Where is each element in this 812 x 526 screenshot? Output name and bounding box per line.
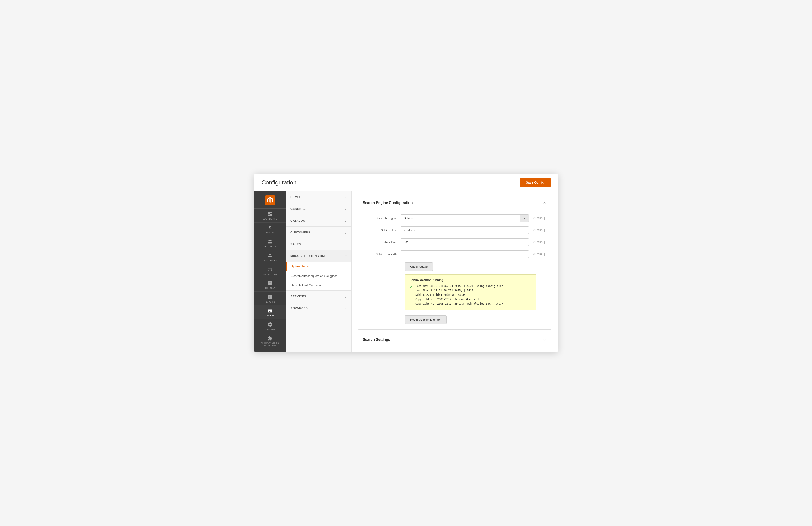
left-nav-section-demo: DEMO ⌄	[286, 191, 351, 203]
search-engine-config-panel: Search Engine Configuration Search Engin…	[358, 197, 551, 329]
left-nav-section-catalog: CATALOG ⌄	[286, 215, 351, 227]
search-engine-label: Search Engine	[364, 216, 401, 220]
search-engine-config-header: Search Engine Configuration	[358, 197, 551, 209]
sphinx-port-input[interactable]	[401, 238, 529, 246]
sidebar-item-dashboard-label: DASHBOARD	[263, 217, 277, 220]
left-nav-subitem-spell-correction[interactable]: Search Spell Correction	[286, 281, 351, 290]
sidebar: DASHBOARD SALES PRODUCTS CUSTOMERS MARKE…	[254, 191, 286, 352]
sidebar-item-dashboard[interactable]: DASHBOARD	[254, 209, 286, 223]
left-nav: DEMO ⌄ GENERAL ⌄ CATALOG ⌄	[286, 191, 352, 352]
save-config-button[interactable]: Save Config	[520, 178, 551, 187]
left-nav-section-customers-header[interactable]: CUSTOMERS ⌄	[286, 227, 351, 238]
search-engine-select[interactable]: Sphinx MySQL Elasticsearch	[401, 215, 520, 222]
status-box: Sphinx daemon running. ✓ [Wed Nov 18 10:…	[405, 274, 536, 310]
left-nav-section-mirasvit: MIRASVIT EXTENSIONS ⌄ Sphinx Search Sear…	[286, 250, 351, 290]
status-content: ✓ [Wed Nov 18 10:31:36.758 2015] [15821]…	[410, 284, 532, 306]
main-content: Search Engine Configuration Search Engin…	[352, 191, 558, 352]
sidebar-item-stores[interactable]: STORES	[254, 305, 286, 319]
sidebar-item-sales[interactable]: SALES	[254, 223, 286, 236]
sphinx-bin-path-label: Sphinx Bin Path	[364, 253, 401, 256]
dashboard-icon	[267, 211, 273, 216]
sidebar-item-extensions[interactable]: FIND PARTNERS & EXTENSIONS	[254, 333, 286, 349]
sidebar-item-reports-label: REPORTS	[264, 300, 276, 303]
marketing-icon	[267, 267, 273, 272]
left-nav-section-mirasvit-header[interactable]: MIRASVIT EXTENSIONS ⌄	[286, 250, 351, 262]
sidebar-item-customers-label: CUSTOMERS	[263, 259, 277, 261]
status-text: [Wed Nov 18 10:31:36.758 2015] [15821] u…	[415, 284, 503, 306]
search-engine-global-label: [GLOBAL]	[533, 217, 545, 220]
status-title: Sphinx daemon running.	[410, 278, 532, 282]
sidebar-item-extensions-label: FIND PARTNERS & EXTENSIONS	[256, 342, 284, 347]
check-status-button[interactable]: Check Status	[405, 262, 433, 271]
sphinx-host-input[interactable]	[401, 226, 529, 234]
left-nav-section-sales-header[interactable]: SALES ⌄	[286, 238, 351, 250]
sales-icon	[267, 225, 273, 230]
search-engine-field: Sphinx MySQL Elasticsearch ▼	[401, 214, 529, 222]
sidebar-item-sales-label: SALES	[266, 231, 274, 234]
search-engine-config-body: Search Engine Sphinx MySQL Elasticsearch…	[358, 209, 551, 329]
search-engine-row: Search Engine Sphinx MySQL Elasticsearch…	[364, 214, 545, 222]
left-nav-section-general: GENERAL ⌄	[286, 203, 351, 215]
sphinx-bin-path-input[interactable]	[401, 251, 529, 258]
left-nav-section-catalog-header[interactable]: CATALOG ⌄	[286, 215, 351, 226]
sphinx-port-label: Sphinx Port	[364, 240, 401, 244]
sphinx-port-global-label: [GLOBAL]	[533, 241, 545, 244]
search-engine-config-title: Search Engine Configuration	[363, 201, 412, 205]
customers-icon	[267, 253, 273, 258]
left-nav-subitem-autocomplete[interactable]: Search Autocomplete and Suggest	[286, 271, 351, 281]
search-settings-title: Search Settings	[363, 338, 390, 342]
chevron-up-icon: ⌄	[344, 254, 347, 258]
collapse-icon	[542, 201, 547, 205]
status-check-icon: ✓	[410, 284, 413, 289]
left-nav-section-demo-header[interactable]: DEMO ⌄	[286, 191, 351, 203]
sphinx-host-field	[401, 226, 529, 234]
sidebar-item-system-label: SYSTEM	[265, 328, 275, 331]
page-title: Configuration	[261, 179, 296, 186]
collapse-button[interactable]	[542, 201, 547, 205]
extensions-icon	[267, 336, 273, 341]
mirasvit-subitems: Sphinx Search Search Autocomplete and Su…	[286, 262, 351, 290]
sidebar-item-products-label: PRODUCTS	[263, 245, 276, 248]
search-settings-expand-button[interactable]	[542, 338, 547, 342]
select-arrow-icon: ▼	[520, 215, 528, 222]
chevron-down-icon: ⌄	[344, 218, 347, 223]
sidebar-logo	[254, 191, 286, 209]
sphinx-host-global-label: [GLOBAL]	[533, 229, 545, 232]
reports-icon	[267, 294, 273, 299]
sphinx-host-row: Sphinx Host [GLOBAL]	[364, 226, 545, 234]
left-nav-subitem-sphinx-search[interactable]: Sphinx Search	[286, 262, 351, 271]
sidebar-item-stores-label: STORES	[265, 314, 275, 317]
left-nav-section-sales: SALES ⌄	[286, 238, 351, 250]
sidebar-item-system[interactable]: SYSTEM	[254, 319, 286, 333]
sidebar-item-marketing-label: MARKETING	[263, 273, 277, 275]
search-engine-select-wrapper: Sphinx MySQL Elasticsearch ▼	[401, 214, 529, 222]
sphinx-bin-path-field	[401, 251, 529, 258]
chevron-down-icon: ⌄	[344, 195, 347, 199]
left-nav-section-services: SERVICES ⌄	[286, 290, 351, 302]
content-icon	[267, 281, 273, 286]
sidebar-item-marketing[interactable]: MARKETING	[254, 264, 286, 278]
left-nav-section-advanced-header[interactable]: ADVANCED ⌄	[286, 302, 351, 314]
left-nav-section-advanced: ADVANCED ⌄	[286, 302, 351, 314]
system-icon	[267, 322, 273, 327]
stores-icon	[267, 308, 273, 313]
search-settings-panel: Search Settings	[358, 333, 551, 346]
sidebar-item-content[interactable]: CONTENT	[254, 278, 286, 292]
search-settings-header: Search Settings	[358, 334, 551, 346]
sphinx-bin-path-row: Sphinx Bin Path [GLOBAL]	[364, 251, 545, 258]
sidebar-item-products[interactable]: PRODUCTS	[254, 236, 286, 250]
chevron-down-icon: ⌄	[344, 230, 347, 234]
chevron-down-icon: ⌄	[344, 294, 347, 298]
sphinx-host-label: Sphinx Host	[364, 228, 401, 232]
sidebar-item-reports[interactable]: REPORTS	[254, 292, 286, 305]
expand-icon	[542, 338, 547, 342]
sphinx-port-field	[401, 238, 529, 246]
restart-sphinx-daemon-button[interactable]: Restart Sphinx Daemon	[405, 315, 447, 324]
left-nav-section-customers: CUSTOMERS ⌄	[286, 227, 351, 238]
left-nav-section-general-header[interactable]: GENERAL ⌄	[286, 203, 351, 215]
sphinx-port-row: Sphinx Port [GLOBAL]	[364, 238, 545, 246]
chevron-down-icon: ⌄	[344, 306, 347, 310]
sidebar-item-customers[interactable]: CUSTOMERS	[254, 250, 286, 264]
sphinx-bin-path-global-label: [GLOBAL]	[533, 253, 545, 256]
left-nav-section-services-header[interactable]: SERVICES ⌄	[286, 290, 351, 302]
